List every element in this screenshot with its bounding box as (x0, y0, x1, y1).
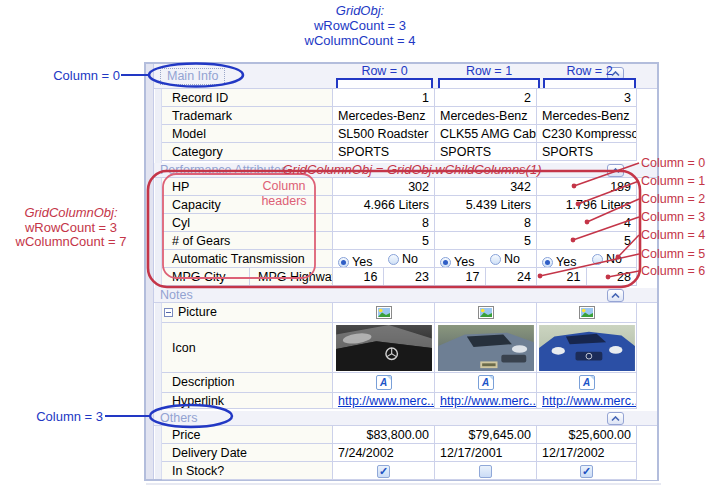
cell-model-0[interactable]: SL500 Roadster (333, 125, 435, 143)
cell-delivery-2[interactable]: 12/17/2002 (537, 444, 637, 462)
cell-icon-0[interactable] (333, 323, 435, 373)
band-header-others[interactable]: Others (154, 411, 657, 426)
hyperlink[interactable]: http://www.merc... (338, 394, 435, 408)
cell-category-0[interactable]: SPORTS (333, 143, 435, 161)
cell-record-id-2[interactable]: 3 (537, 89, 637, 107)
row-header-cyl[interactable]: Cyl (162, 214, 333, 232)
row-header-hyperlink[interactable]: Hyperlink (162, 393, 333, 409)
cell-instock-1[interactable] (435, 462, 537, 480)
row-header-delivery-date[interactable]: Delivery Date (162, 444, 333, 462)
cell-mpg-highway-0[interactable]: 23 (384, 268, 435, 285)
cell-transmission-0[interactable]: Yes No (333, 250, 435, 268)
cell-instock-2[interactable]: ✓ (537, 462, 637, 480)
cell-hyperlink-2[interactable]: http://www.merc... (537, 393, 637, 409)
cell-capacity-2[interactable]: 1.796 Liters (537, 196, 637, 214)
band-header-notes[interactable]: Notes (154, 288, 657, 303)
cell-price-2[interactable]: $25,600.00 (537, 426, 637, 444)
cell-hyperlink-0[interactable]: http://www.merc... (333, 393, 435, 409)
cell-gears-0[interactable]: 5 (333, 232, 435, 250)
row-header-trademark[interactable]: Trademark (162, 107, 333, 125)
cell-description-1[interactable]: A (435, 373, 537, 393)
cell-mpg-0[interactable]: 16 23 (333, 268, 435, 286)
cell-transmission-1[interactable]: Yes No (435, 250, 537, 268)
row-header-model[interactable]: Model (162, 125, 333, 143)
cell-gears-2[interactable]: 5 (537, 232, 637, 250)
cell-capacity-0[interactable]: 4.966 Liters (333, 196, 435, 214)
right-label-column4: Column = 4 (641, 228, 713, 242)
row-header-price[interactable]: Price (162, 426, 333, 444)
row-header-automatic-transmission[interactable]: Automatic Transmission (162, 250, 333, 268)
checkbox-checked[interactable]: ✓ (377, 465, 390, 478)
row-header-picture[interactable]: Picture (162, 303, 333, 323)
cell-delivery-0[interactable]: 7/24/2002 (333, 444, 435, 462)
cell-category-2[interactable]: SPORTS (537, 143, 637, 161)
cell-instock-0[interactable]: ✓ (333, 462, 435, 480)
cell-model-2[interactable]: C230 Kompresso... (537, 125, 637, 143)
cell-description-2[interactable]: A (537, 373, 637, 393)
collapse-minus-icon[interactable] (164, 308, 173, 317)
row-header-mpg[interactable]: MPG City MPG Highway (162, 268, 333, 286)
cell-picture-1[interactable] (435, 303, 537, 323)
cell-cyl-1[interactable]: 8 (435, 214, 537, 232)
image-icon (579, 306, 595, 319)
right-label-column3: Column = 3 (641, 210, 713, 224)
row-header-description[interactable]: Description (162, 373, 333, 393)
row-header-mpg-highway[interactable]: MPG Highway (250, 268, 332, 285)
cell-cyl-0[interactable]: 8 (333, 214, 435, 232)
collapse-button[interactable] (607, 289, 624, 302)
cell-picture-0[interactable] (333, 303, 435, 323)
hyperlink[interactable]: http://www.merc... (542, 394, 637, 408)
radio-yes[interactable] (542, 257, 553, 268)
row-header-icon[interactable]: Icon (162, 323, 333, 373)
cell-mpg-city-1[interactable]: 17 (435, 268, 486, 285)
radio-no[interactable] (592, 254, 603, 265)
cell-price-1[interactable]: $79,645.00 (435, 426, 537, 444)
row-header-record-id[interactable]: Record ID (162, 89, 333, 107)
collapse-button[interactable] (607, 164, 624, 177)
table-row: MPG City MPG Highway 16 23 17 24 21 28 (162, 268, 657, 286)
column-headers-caption-line2: headers (250, 194, 318, 209)
cell-hp-2[interactable]: 189 (537, 178, 637, 196)
cell-icon-2[interactable] (537, 323, 637, 373)
radio-yes[interactable] (338, 257, 349, 268)
cell-gears-1[interactable]: 5 (435, 232, 537, 250)
band-caption-main-info: Main Info (160, 68, 225, 85)
cell-hp-1[interactable]: 342 (435, 178, 537, 196)
cell-trademark-1[interactable]: Mercedes-Benz (435, 107, 537, 125)
cell-mpg-city-2[interactable]: 21 (537, 268, 587, 285)
rich-text-icon: A (579, 375, 595, 390)
cell-trademark-2[interactable]: Mercedes-Benz (537, 107, 637, 125)
cell-cyl-2[interactable]: 4 (537, 214, 637, 232)
row-header-mpg-city[interactable]: MPG City (162, 268, 250, 285)
hyperlink[interactable]: http://www.merc... (440, 394, 537, 408)
row-header-in-stock[interactable]: In Stock? (162, 462, 333, 480)
row2-label: Row = 2 (544, 64, 635, 78)
cell-delivery-1[interactable]: 12/17/2001 (435, 444, 537, 462)
radio-no[interactable] (490, 254, 501, 265)
cell-transmission-2[interactable]: Yes No (537, 250, 637, 268)
cell-capacity-1[interactable]: 5.439 Liters (435, 196, 537, 214)
cell-price-0[interactable]: $83,800.00 (333, 426, 435, 444)
cell-category-1[interactable]: SPORTS (435, 143, 537, 161)
collapse-button[interactable] (607, 412, 624, 425)
cell-icon-1[interactable] (435, 323, 537, 373)
cell-mpg-highway-1[interactable]: 24 (486, 268, 537, 285)
cell-record-id-1[interactable]: 2 (435, 89, 537, 107)
row-header-gears[interactable]: # of Gears (162, 232, 333, 250)
cell-mpg-2[interactable]: 21 28 (537, 268, 637, 286)
checkbox-unchecked[interactable] (479, 465, 492, 478)
cell-description-0[interactable]: A (333, 373, 435, 393)
checkbox-checked[interactable]: ✓ (580, 465, 593, 478)
cell-trademark-0[interactable]: Mercedes-Benz (333, 107, 435, 125)
cell-mpg-highway-2[interactable]: 28 (587, 268, 637, 285)
cell-mpg-1[interactable]: 17 24 (435, 268, 537, 286)
cell-record-id-0[interactable]: 1 (333, 89, 435, 107)
row-header-category[interactable]: Category (162, 143, 333, 161)
cell-mpg-city-0[interactable]: 16 (333, 268, 384, 285)
cell-picture-2[interactable] (537, 303, 637, 323)
cell-hyperlink-1[interactable]: http://www.merc... (435, 393, 537, 409)
cell-hp-0[interactable]: 302 (333, 178, 435, 196)
radio-yes[interactable] (440, 257, 451, 268)
cell-model-1[interactable]: CLK55 AMG Cabri... (435, 125, 537, 143)
radio-no[interactable] (388, 254, 399, 265)
